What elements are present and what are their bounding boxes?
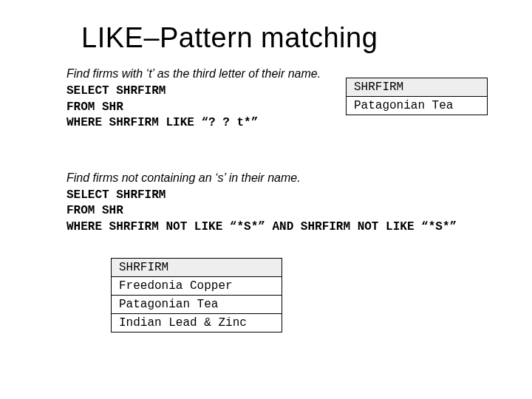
code-line: SELECT SHRFIRM (66, 188, 166, 202)
example1-result-table: SHRFIRM Patagonian Tea (346, 78, 488, 115)
table-cell: Patagonian Tea (112, 295, 282, 313)
code-line: WHERE SHRFIRM LIKE “? ? t*” (66, 116, 258, 129)
example2-prompt: Find firms not containing an ‘s’ in thei… (66, 171, 480, 185)
code-line: SELECT SHRFIRM (66, 84, 166, 98)
table-cell: Freedonia Copper (112, 276, 282, 295)
slide-title: LIKE–Pattern matching (81, 22, 480, 54)
table-header: SHRFIRM (347, 78, 488, 97)
code-line: FROM SHR (66, 204, 123, 217)
table-cell: Patagonian Tea (347, 97, 488, 115)
code-line: WHERE SHRFIRM NOT LIKE “*S*” AND SHRFIRM… (66, 220, 457, 233)
table-header: SHRFIRM (112, 258, 282, 276)
example2-result-table: SHRFIRM Freedonia Copper Patagonian Tea … (111, 258, 282, 332)
example2-sql: SELECT SHRFIRM FROM SHR WHERE SHRFIRM NO… (66, 188, 480, 236)
table-cell: Indian Lead & Zinc (112, 313, 282, 332)
code-line: FROM SHR (66, 100, 123, 114)
